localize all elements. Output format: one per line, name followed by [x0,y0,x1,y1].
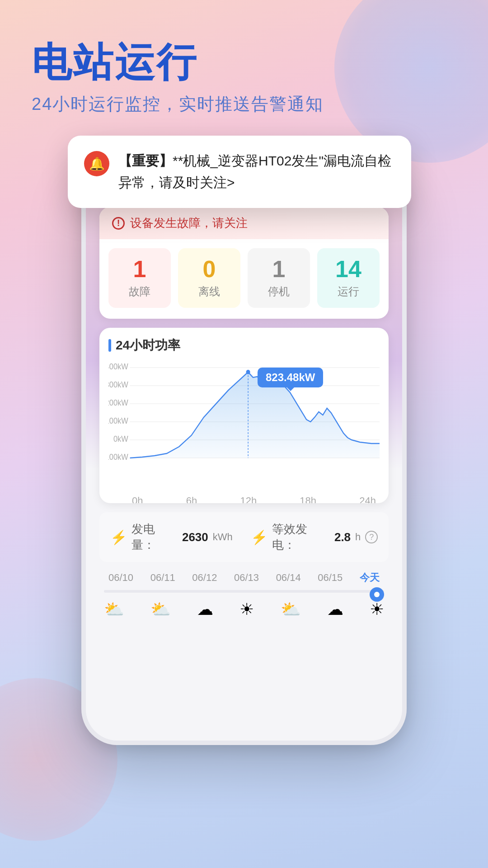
fault-count: 1 [133,257,146,281]
weather-0613: ☀ [239,600,254,619]
weather-today: ☀ [370,600,384,619]
offline-count: 0 [203,257,216,281]
page: 电站运行 24小时运行监控，实时推送告警通知 🔔 【重要】**机械_逆变器HT0… [0,0,488,868]
xaxis-24h: 24h [359,495,376,503]
date-today[interactable]: 今天 [360,571,380,585]
xaxis-6h: 6h [186,495,197,503]
xaxis-18h: 18h [300,495,316,503]
chart-xaxis: 0h 6h 12h 18h 24h [108,491,380,503]
fault-banner: ! 设备发生故障，请关注 [99,207,389,239]
date-scroll-thumb[interactable] [370,587,384,602]
weather-0610: ⛅ [104,600,124,619]
electricity-icon: ⚡ [110,529,127,545]
phone-frame: 9:41 📶 🔋 ! [81,163,407,745]
svg-text:200kW: 200kW [108,398,128,407]
electricity-label: 发电量： [131,521,178,553]
svg-text:300kW: 300kW [108,380,128,389]
weather-0614: ⛅ [281,600,301,619]
date-0615[interactable]: 06/15 [318,572,343,584]
fault-banner-text: 设备发生故障，请关注 [130,215,248,231]
date-0612[interactable]: 06/12 [192,572,217,584]
power-chart-svg: 400kW 300kW 200kW 100kW 0kW -100kW [108,363,380,490]
notification-text: 【重要】**机械_逆变器HT02发生"漏电流自检异常，请及时关注> [118,150,395,193]
running-label: 运行 [338,284,359,299]
equiv-value: 2.8 [334,530,351,544]
date-scroll-track [104,590,384,593]
fault-warning-icon: ! [112,217,125,230]
stopped-label: 停机 [268,284,290,299]
stats-row: ⚡ 发电量： 2630 kWh ⚡ 等效发电： 2.8 h ? [99,512,389,562]
status-offline-item[interactable]: 0 离线 [178,248,240,308]
notification-popup: 🔔 【重要】**机械_逆变器HT02发生"漏电流自检异常，请及时关注> [68,136,411,208]
chart-title: 24小时功率 [108,337,380,354]
status-running-item[interactable]: 14 运行 [317,248,380,308]
equiv-label: 等效发电： [272,521,330,553]
svg-point-14 [246,370,250,374]
xaxis-12h: 12h [240,495,257,503]
chart-title-accent [108,339,111,352]
offline-label: 离线 [198,284,220,299]
status-grid: 1 故障 0 离线 1 停机 14 运行 [99,239,389,319]
weather-0615: ☁ [327,600,343,619]
phone-screen: ! 设备发生故障，请关注 1 故障 0 离线 [86,198,402,741]
running-count: 14 [335,257,361,281]
equiv-icon: ⚡ [251,529,267,545]
electricity-stat: ⚡ 发电量： 2630 kWh [110,521,233,553]
electricity-unit: kWh [213,531,233,543]
electricity-value: 2630 [182,530,208,544]
weather-0612: ☁ [197,600,213,619]
chart-panel: 24小时功率 823.48kW [99,328,389,503]
date-row: 06/10 06/11 06/12 06/13 06/14 06/15 今天 [99,571,389,585]
svg-text:100kW: 100kW [108,416,128,425]
svg-text:0kW: 0kW [113,434,128,443]
power-tooltip: 823.48kW [258,368,323,387]
equiv-unit: h [355,531,361,543]
help-icon[interactable]: ? [365,531,378,543]
svg-text:-100kW: -100kW [108,452,128,462]
stopped-count: 1 [272,257,286,281]
fault-label: 故障 [129,284,150,299]
equiv-stat: ⚡ 等效发电： 2.8 h ? [251,521,378,553]
svg-text:400kW: 400kW [108,363,128,371]
notification-bell-icon: 🔔 [84,151,109,176]
chart-container: 823.48kW 400kW 300kW 20 [108,363,380,499]
scroll-thumb-inner [374,592,380,597]
weather-0611: ⛅ [150,600,171,619]
status-stopped-item[interactable]: 1 停机 [248,248,310,308]
xaxis-0h: 0h [132,495,143,503]
phone-wrapper: 🔔 【重要】**机械_逆变器HT02发生"漏电流自检异常，请及时关注> 9:41… [81,163,407,745]
status-panel: ! 设备发生故障，请关注 1 故障 0 离线 [99,207,389,319]
date-0613[interactable]: 06/13 [234,572,259,584]
date-0611[interactable]: 06/11 [150,572,175,584]
weather-row: ⛅ ⛅ ☁ ☀ ⛅ ☁ ☀ [95,600,393,630]
status-fault-item[interactable]: 1 故障 [108,248,171,308]
notification-important-label: 【重要】 [118,153,173,168]
date-0614[interactable]: 06/14 [276,572,301,584]
date-0610[interactable]: 06/10 [108,572,133,584]
